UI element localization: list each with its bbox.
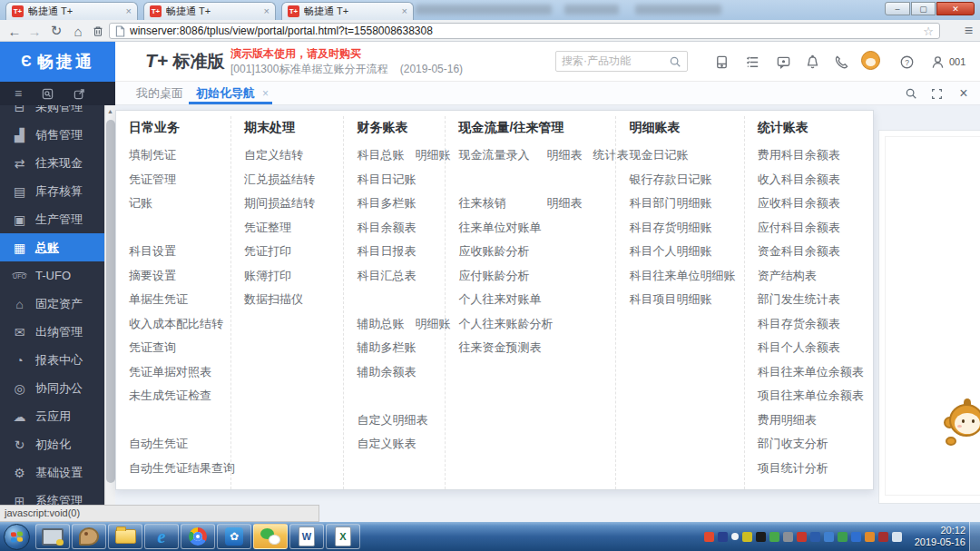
menu-link[interactable]: 科目总账: [357, 147, 415, 163]
sidebar-scrollbar[interactable]: ▲: [104, 105, 115, 522]
menu-link[interactable]: 部门发生统计表: [758, 291, 840, 308]
sidebar-item-基础设置[interactable]: ⚙基础设置: [0, 458, 104, 487]
menu-link[interactable]: 凭证打印: [244, 243, 291, 260]
sidebar-search-icon[interactable]: [42, 88, 54, 100]
tray-icon-10[interactable]: [824, 532, 834, 542]
menu-link[interactable]: 个人往来对账单: [458, 291, 546, 308]
workspace-search-icon[interactable]: [902, 85, 920, 102]
menu-link[interactable]: 数据扫描仪: [244, 291, 303, 308]
menu-link[interactable]: 未生成凭证检查: [129, 388, 211, 404]
sidebar-expand-icon[interactable]: [74, 88, 85, 100]
menu-link[interactable]: 资产结构表: [758, 268, 817, 284]
menu-link[interactable]: 往来资金预测表: [458, 339, 546, 356]
menu-link[interactable]: 单据生凭证: [129, 291, 188, 308]
taskbar-clock[interactable]: 20:12 2019-05-16: [915, 525, 965, 548]
menu-link[interactable]: 自定义明细表: [357, 412, 427, 428]
taskbar-explorer-button[interactable]: [108, 524, 142, 549]
window-maximize-button[interactable]: ▢: [911, 2, 936, 15]
menu-link[interactable]: 部门收支分析: [758, 436, 828, 452]
menu-link[interactable]: 现金流量录入: [458, 147, 546, 163]
menu-link[interactable]: 科目部门明细账: [629, 195, 711, 212]
show-desktop-button[interactable]: [969, 522, 980, 551]
sidebar-item-T-UFO[interactable]: UFOT-UFO: [0, 261, 104, 290]
sidebar-item-库存核算[interactable]: ▤库存核算: [0, 177, 104, 205]
menu-link[interactable]: 科目设置: [129, 243, 176, 260]
menu-link[interactable]: 自定义账表: [357, 436, 416, 452]
tab-my-desktop[interactable]: 我的桌面: [136, 82, 183, 104]
reload-icon[interactable]: ↻: [47, 22, 65, 40]
sidebar-item-报表中心[interactable]: ◔报表中心: [0, 346, 104, 374]
tray-icon-1[interactable]: [704, 532, 714, 542]
trash-icon[interactable]: [89, 22, 107, 40]
menu-link[interactable]: 项目统计分析: [758, 460, 828, 477]
url-text[interactable]: winserver:8086/tplus/view/portal/portal.…: [130, 25, 918, 37]
tray-icon-5[interactable]: [756, 532, 766, 542]
phone-icon[interactable]: [831, 53, 851, 71]
taskbar-paint-button[interactable]: [72, 524, 106, 549]
hamburger-menu-icon[interactable]: ≡: [15, 87, 22, 100]
forward-icon[interactable]: →: [25, 22, 44, 40]
window-minimize-button[interactable]: –: [885, 2, 910, 15]
menu-link[interactable]: 科目存货明细账: [629, 220, 711, 236]
menu-link[interactable]: 应付科目余额表: [758, 220, 840, 236]
tray-icon-13[interactable]: [865, 532, 875, 542]
sidebar-item-初始化[interactable]: ↻初始化: [0, 430, 104, 458]
menu-link[interactable]: 摘要设置: [129, 268, 176, 284]
menu-link[interactable]: 明细表: [546, 147, 593, 163]
menu-link[interactable]: 期间损益结转: [244, 195, 315, 212]
start-button[interactable]: [4, 524, 30, 550]
sidebar-item-生产管理[interactable]: ▣生产管理: [0, 205, 104, 233]
tray-icon-9[interactable]: [810, 532, 820, 542]
menu-link[interactable]: 应收账龄分析: [458, 243, 546, 260]
sidebar-item-协同办公[interactable]: ◎协同办公: [0, 374, 104, 402]
menu-link[interactable]: 自定义结转: [244, 147, 303, 163]
menu-link[interactable]: 科目往来单位余额表: [758, 364, 864, 380]
taskbar-excel-button[interactable]: X: [326, 524, 360, 549]
menu-link[interactable]: 科目多栏账: [357, 195, 416, 212]
search-icon[interactable]: [669, 55, 681, 68]
help-icon[interactable]: ?: [897, 53, 916, 71]
tray-icon-6[interactable]: [769, 532, 779, 542]
tray-icon-8[interactable]: [797, 532, 807, 542]
menu-link[interactable]: 辅助总账: [357, 316, 415, 332]
menu-link[interactable]: 科目往来单位明细账: [629, 268, 735, 284]
taskbar-ie-button[interactable]: e: [144, 524, 179, 549]
bookmark-star-icon[interactable]: ☆: [923, 25, 934, 38]
menu-link[interactable]: 科目存货余额表: [758, 316, 840, 332]
browser-tab[interactable]: T+畅捷通 T+×: [5, 2, 138, 20]
tab-close-icon[interactable]: ×: [262, 87, 269, 100]
menu-link[interactable]: 应付账龄分析: [458, 268, 546, 284]
tray-icon-15[interactable]: [892, 532, 902, 542]
sidebar-item-销售管理[interactable]: ▟销售管理: [0, 121, 104, 149]
menu-link[interactable]: 凭证管理: [129, 172, 176, 188]
scrollbar-thumb[interactable]: [106, 120, 115, 483]
menu-link[interactable]: 辅助余额表: [357, 364, 416, 380]
menu-link[interactable]: 收入成本配比结转: [129, 316, 223, 332]
menu-link[interactable]: 自动生凭证: [129, 436, 188, 452]
scroll-up-icon[interactable]: ▲: [105, 105, 115, 114]
menu-link[interactable]: 自动生凭证结果查询: [129, 460, 235, 477]
tray-icon-3[interactable]: [731, 533, 739, 540]
menu-link[interactable]: 科目日报表: [357, 243, 416, 260]
menu-link[interactable]: 科目汇总表: [357, 268, 416, 284]
window-close-button[interactable]: ✕: [936, 2, 975, 15]
address-bar[interactable]: winserver:8086/tplus/view/portal/portal.…: [109, 23, 940, 39]
menu-link[interactable]: 账簿打印: [244, 268, 291, 284]
product-search-input[interactable]: 搜索·产品功能: [555, 51, 688, 72]
menu-link[interactable]: 汇兑损益结转: [244, 172, 315, 188]
menu-link[interactable]: 资金科目余额表: [758, 243, 840, 260]
notification-bell-icon[interactable]: [802, 53, 822, 71]
fullscreen-icon[interactable]: [927, 85, 946, 102]
menu-link[interactable]: 明细表: [546, 195, 593, 212]
tab-close-icon[interactable]: ×: [264, 6, 270, 16]
menu-link[interactable]: 凭证整理: [244, 220, 291, 236]
tray-icon-11[interactable]: [838, 532, 848, 542]
browser-menu-icon[interactable]: ≡: [965, 23, 973, 39]
menu-link[interactable]: 填制凭证: [129, 147, 176, 163]
back-icon[interactable]: ←: [5, 22, 24, 40]
menu-link[interactable]: 往来核销: [458, 195, 546, 212]
taskbar-tplus-client-button[interactable]: ✿: [217, 524, 251, 549]
menu-link[interactable]: 项目往来单位余额表: [758, 388, 864, 404]
sidebar-item-往来现金[interactable]: ⇄往来现金: [0, 149, 104, 177]
menu-link[interactable]: 记账: [129, 195, 152, 212]
